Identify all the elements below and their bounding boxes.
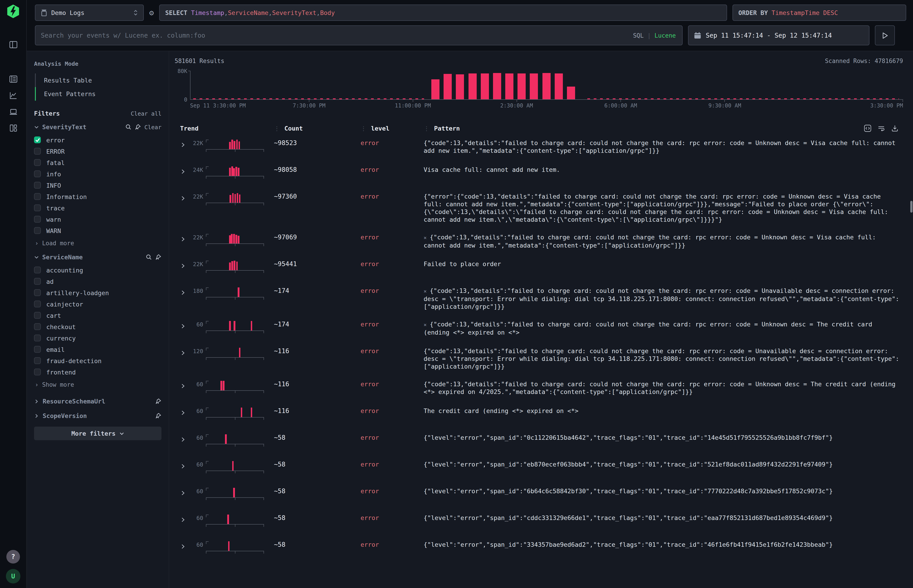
dismiss-x-icon[interactable]: ✕: [424, 322, 427, 328]
download-icon[interactable]: [891, 125, 898, 132]
table-row[interactable]: 22K ~97360 error {"error":{"code":13,"de…: [175, 188, 903, 228]
search-icon[interactable]: [146, 254, 152, 260]
chevron-down-icon[interactable]: [34, 255, 39, 260]
checkbox[interactable]: [34, 323, 41, 330]
table-row[interactable]: 60 ~58 error {"level":"error","span_id":…: [175, 536, 903, 563]
column-header-trend[interactable]: Trend: [175, 123, 274, 134]
column-resize-handle[interactable]: ⋮: [274, 125, 280, 132]
checkbox[interactable]: [34, 267, 41, 273]
histogram-bar[interactable]: [555, 73, 563, 99]
analysis-mode-item[interactable]: Event Patterns: [35, 87, 162, 101]
pin-icon[interactable]: [155, 398, 162, 404]
expand-chevron-icon[interactable]: [175, 193, 188, 203]
mode-lucene-toggle[interactable]: Lucene: [654, 32, 676, 39]
checkbox[interactable]: [34, 300, 41, 307]
table-row[interactable]: 60 ~174 error ✕{"code":13,"details":"fai…: [175, 315, 903, 342]
filter-option[interactable]: warn: [34, 213, 162, 225]
histogram-bar[interactable]: [542, 73, 550, 99]
histogram-bar[interactable]: [567, 87, 575, 99]
checkbox[interactable]: [34, 346, 41, 353]
histogram-bar[interactable]: [468, 73, 476, 99]
expand-chevron-icon[interactable]: [175, 434, 188, 444]
table-scrollbar-thumb[interactable]: [910, 201, 913, 213]
filter-option[interactable]: artillery-loadgen: [34, 287, 162, 298]
filter-option[interactable]: email: [34, 344, 162, 355]
chart-icon[interactable]: [5, 87, 21, 103]
table-row[interactable]: 22K ~98523 error {"code":13,"details":"f…: [175, 134, 903, 161]
expand-chevron-icon[interactable]: [175, 347, 188, 357]
dashboards-icon[interactable]: [5, 120, 21, 136]
time-range-picker[interactable]: Sep 11 15:47:14 - Sep 12 15:47:14: [688, 25, 869, 45]
filter-option[interactable]: accounting: [34, 264, 162, 276]
expand-chevron-icon[interactable]: [175, 287, 188, 297]
table-row[interactable]: 120 ~116 error {"code":13,"details":"fai…: [175, 342, 903, 375]
table-row[interactable]: 60 ~58 error {"level":"error","span_id":…: [175, 429, 903, 456]
table-row[interactable]: 180 ~174 error ✕{"code":13,"details":"fa…: [175, 282, 903, 315]
expand-chevron-icon[interactable]: [175, 260, 188, 270]
results-histogram[interactable]: 80K 0: [175, 71, 903, 100]
filter-option[interactable]: info: [34, 168, 162, 179]
clear-all-button[interactable]: Clear all: [131, 110, 162, 117]
hyperdx-logo-icon[interactable]: [7, 5, 19, 18]
column-header-pattern[interactable]: ⋮Pattern: [424, 123, 864, 134]
severity-clear-button[interactable]: Clear: [144, 124, 162, 130]
table-row[interactable]: 60 ~58 error {"level":"error","span_id":…: [175, 509, 903, 536]
load-more-button[interactable]: › Load more: [35, 237, 162, 249]
client-sessions-icon[interactable]: [5, 103, 21, 120]
checkbox[interactable]: [34, 289, 41, 296]
expand-chevron-icon[interactable]: [175, 166, 188, 176]
filter-option[interactable]: cart: [34, 310, 162, 321]
expand-chevron-icon[interactable]: [175, 487, 188, 498]
more-filters-button[interactable]: More filters: [34, 426, 162, 440]
checkbox[interactable]: [34, 278, 41, 285]
histogram-bar[interactable]: [530, 73, 538, 99]
filter-option[interactable]: frontend: [34, 366, 162, 378]
column-resize-handle[interactable]: ⋮: [424, 125, 429, 132]
histogram-bar[interactable]: [518, 73, 526, 99]
analysis-mode-item[interactable]: Results Table: [35, 73, 162, 87]
checkbox[interactable]: [34, 357, 41, 364]
filter-option[interactable]: ad: [34, 276, 162, 287]
resource-schema-url-group[interactable]: ResourceSchemaUrl: [34, 397, 162, 405]
service-group-name[interactable]: ServiceName: [42, 254, 142, 261]
expand-chevron-icon[interactable]: [175, 233, 188, 244]
filter-option[interactable]: cainjector: [34, 298, 162, 310]
code-view-icon[interactable]: [864, 125, 871, 132]
expand-chevron-icon[interactable]: [175, 541, 188, 551]
scope-version-group[interactable]: ScopeVersion: [34, 412, 162, 419]
checkbox[interactable]: [34, 204, 41, 211]
filter-option[interactable]: trace: [34, 202, 162, 213]
dismiss-x-icon[interactable]: ✕: [424, 235, 427, 241]
histogram-bar[interactable]: [431, 79, 439, 99]
checkbox[interactable]: [34, 227, 41, 234]
pin-icon[interactable]: [155, 254, 162, 260]
histogram-bar[interactable]: [493, 73, 501, 99]
severity-group-name[interactable]: SeverityText: [42, 123, 122, 131]
checkbox[interactable]: [34, 193, 41, 200]
panel-toggle-icon[interactable]: [5, 36, 21, 53]
expand-chevron-icon[interactable]: [175, 380, 188, 390]
help-button[interactable]: ?: [6, 550, 20, 564]
table-row[interactable]: 60 ~58 error {"level":"error","span_id":…: [175, 482, 903, 509]
mode-sql-toggle[interactable]: SQL: [633, 32, 644, 39]
search-icon[interactable]: [125, 124, 132, 130]
source-settings-gear-icon[interactable]: ⚙: [149, 9, 154, 16]
data-source-select[interactable]: Demo Logs: [35, 5, 144, 21]
checkbox[interactable]: [34, 170, 41, 177]
column-header-level[interactable]: ⋮level: [361, 123, 424, 134]
checkbox[interactable]: [34, 368, 41, 375]
select-columns-input[interactable]: SELECT Timestamp , ServiceName , Severit…: [159, 5, 727, 21]
histogram-bar[interactable]: [505, 73, 513, 99]
checkbox[interactable]: [34, 216, 41, 223]
filter-option[interactable]: currency: [34, 332, 162, 344]
checkbox[interactable]: [34, 148, 41, 155]
expand-chevron-icon[interactable]: [175, 320, 188, 331]
table-row[interactable]: 60 ~116 error {"code":13,"details":"fail…: [175, 375, 903, 402]
column-resize-handle[interactable]: ⋮: [361, 125, 366, 132]
chevron-down-icon[interactable]: [34, 124, 39, 129]
table-row[interactable]: 22K ~97069 error ✕{"code":13,"details":"…: [175, 228, 903, 255]
filter-option[interactable]: ERROR: [34, 145, 162, 157]
expand-chevron-icon[interactable]: [175, 514, 188, 524]
expand-chevron-icon[interactable]: [175, 460, 188, 470]
filter-option[interactable]: error: [34, 134, 162, 145]
